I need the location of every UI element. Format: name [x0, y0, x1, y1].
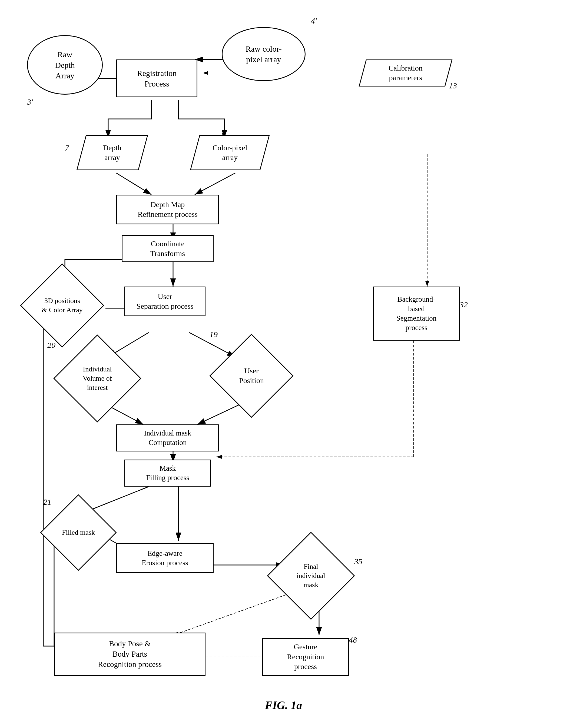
gesture-recognition: Gesture Recognition process: [262, 638, 349, 676]
ref-19: 19: [210, 330, 218, 339]
diagram: Raw Depth Array 3' Raw color- pixel arra…: [0, 0, 567, 728]
ref-13: 13: [449, 81, 457, 90]
mask-filling: Mask Filling process: [124, 460, 211, 487]
final-individual-mask-wrapper: Final individual mask: [268, 541, 354, 611]
depth-map-refinement: Depth Map Refinement process: [116, 195, 219, 224]
ref-20: 20: [47, 341, 55, 350]
raw-color-pixel-array: Raw color- pixel array: [222, 27, 306, 81]
positions-color-array-wrapper: 3D positions & Color Array: [16, 273, 108, 338]
ref-48: 48: [349, 635, 357, 644]
ref-35: 35: [354, 557, 362, 566]
background-segmentation: Background- based Segmentation process: [373, 287, 460, 341]
figure-caption: FIG. 1a: [265, 699, 302, 712]
color-pixel-array: Color-pixel array: [190, 135, 270, 170]
coordinate-transforms: Coordinate Transforms: [122, 235, 214, 262]
ref-3prime: 3': [27, 97, 33, 107]
depth-array: Depth array: [77, 135, 148, 170]
svg-line-6: [195, 173, 235, 195]
svg-line-5: [116, 173, 151, 195]
ref-32: 32: [460, 300, 468, 309]
filled-mask-wrapper: Filled mask: [38, 503, 119, 562]
ref-4prime: 4': [311, 16, 317, 25]
individual-mask-computation: Individual mask Computation: [116, 424, 219, 451]
calibration-parameters: Calibration parameters: [359, 59, 453, 87]
user-separation: User Separation process: [124, 287, 205, 316]
ref-8: 8: [222, 128, 226, 138]
ref-21: 21: [43, 497, 51, 507]
ref-7: 7: [65, 143, 69, 152]
raw-depth-array: Raw Depth Array: [27, 35, 103, 95]
body-pose-recognition: Body Pose & Body Parts Recognition proce…: [54, 633, 205, 676]
registration-process: Registration Process: [116, 59, 197, 97]
individual-volume-wrapper: Individual Volume of interest: [51, 343, 143, 414]
user-position-wrapper: User Position: [211, 343, 292, 408]
edge-aware-erosion: Edge-aware Erosion process: [116, 543, 214, 573]
